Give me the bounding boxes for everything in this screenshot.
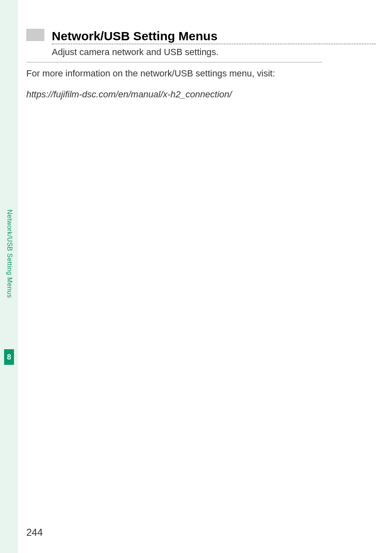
- external-link-text[interactable]: https://fujifilm-dsc.com/en/manual/x-h2_…: [26, 88, 376, 101]
- sidebar-chapter-tab: 8: [4, 349, 14, 365]
- heading-row: Network/USB Setting Menus: [26, 29, 376, 43]
- dotted-divider: [52, 44, 376, 44]
- page-number: 244: [26, 527, 43, 538]
- page-subtitle: Adjust camera network and USB settings.: [52, 46, 376, 59]
- sidebar-section-label: Network/USB Setting Menus: [6, 210, 13, 298]
- page-content: Network/USB Setting Menus Adjust camera …: [18, 0, 392, 553]
- heading-marker-box: [26, 29, 44, 41]
- chapter-number: 8: [7, 353, 11, 362]
- heading-text-wrap: Network/USB Setting Menus: [52, 29, 376, 43]
- sidebar: Network/USB Setting Menus 8: [0, 0, 18, 553]
- horizontal-divider: [26, 62, 322, 62]
- body-intro-text: For more information on the network/USB …: [26, 67, 376, 80]
- page-title: Network/USB Setting Menus: [52, 29, 376, 43]
